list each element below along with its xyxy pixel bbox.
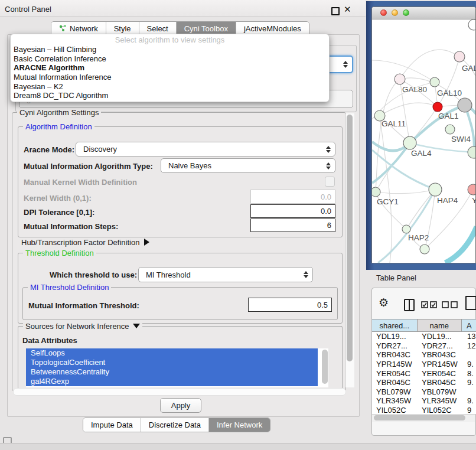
network-node[interactable] xyxy=(372,187,380,197)
cell: YER054C xyxy=(418,369,462,378)
window-close-button[interactable] xyxy=(380,9,387,16)
attribute-list-scrollbar[interactable] xyxy=(322,350,328,384)
network-canvas[interactable]: GAL GAL80 GAL10 GAL1 GAL11 SWI4 GAL4 GCY… xyxy=(372,19,475,263)
network-node[interactable] xyxy=(420,244,429,254)
stepper-icon xyxy=(343,61,347,68)
network-node[interactable] xyxy=(468,146,475,158)
kernel-width-value: 0.0 xyxy=(321,193,331,201)
table-row[interactable]: YER054CYER054C8. xyxy=(372,369,476,378)
apply-button[interactable]: Apply xyxy=(160,398,201,413)
float-panel-icon[interactable] xyxy=(331,7,340,15)
column-header-name[interactable]: name xyxy=(418,319,462,331)
dropdown-item[interactable]: Bayesian – K2 xyxy=(11,82,329,92)
node-label: GAL10 xyxy=(437,89,462,97)
control-panel-titlebar xyxy=(0,0,366,17)
network-node[interactable] xyxy=(403,136,416,149)
node-label: HAP2 xyxy=(408,233,429,242)
aracne-mode-combobox[interactable]: Discovery xyxy=(76,142,335,156)
dpi-tolerance-field[interactable]: 0.0 xyxy=(250,204,335,218)
which-threshold-combobox[interactable]: MI Threshold xyxy=(138,267,313,282)
table-row[interactable]: YBR043CYBR043C xyxy=(372,350,476,360)
hub-definition-toggle[interactable]: Hub/Transcription Factor Definition xyxy=(21,238,149,247)
dropdown-item[interactable]: Basic Correlation Inference xyxy=(11,54,329,64)
network-window-titlebar[interactable] xyxy=(372,7,475,19)
dropdown-item[interactable]: Bayesian – Hill Climbing xyxy=(11,45,329,54)
network-node[interactable] xyxy=(458,98,472,112)
network-node[interactable] xyxy=(468,19,475,30)
unchecked-checkboxes-icon[interactable] xyxy=(442,301,458,309)
gear-icon[interactable]: ⚙ xyxy=(379,296,389,309)
table-row[interactable]: YBL079WYBL079W xyxy=(372,387,476,397)
sources-toggle[interactable]: Sources for Network Inference xyxy=(23,322,142,331)
attribute-item-selected[interactable]: BetweennessCentrality xyxy=(26,367,318,377)
cell: YLR345W xyxy=(418,396,462,405)
network-node[interactable] xyxy=(402,225,410,233)
apply-button-label: Apply xyxy=(171,401,191,410)
window-minimize-button[interactable] xyxy=(392,9,398,16)
algorithm-dropdown-popup: Select algorithm to view settings Bayesi… xyxy=(10,34,330,102)
dpi-tolerance-value: 0.0 xyxy=(321,207,331,216)
cell: 9. xyxy=(462,360,476,369)
data-attributes-list[interactable]: SelfLoops TopologicalCoefficient Between… xyxy=(26,348,328,387)
cell: YIL052C xyxy=(418,406,462,414)
network-node[interactable] xyxy=(395,74,405,84)
table-row[interactable]: YPR145WYPR145W9. xyxy=(372,360,476,369)
settings-scrollbar-thumb[interactable] xyxy=(347,115,353,361)
close-panel-icon[interactable]: ✕ xyxy=(344,4,351,15)
table-row[interactable]: YBR045CYBR045C9. xyxy=(372,378,476,387)
table-row[interactable]: YDR27...YDR27...12 xyxy=(372,341,476,351)
mi-type-combobox[interactable]: Naive Bayes xyxy=(161,158,335,173)
node-label: SWI4 xyxy=(451,135,471,144)
cell: YBR043C xyxy=(418,350,462,359)
dropdown-item[interactable]: Dream8 DC_TDC Algorithm xyxy=(11,91,329,100)
tab-network-label: Network xyxy=(70,24,98,33)
table-horizontal-scrollbar-thumb[interactable] xyxy=(374,415,465,420)
cell: YBR043C xyxy=(372,350,418,359)
data-attributes-label: Data Attributes xyxy=(22,336,77,345)
table-row[interactable]: YDL19...YDL19...13 xyxy=(372,332,476,341)
network-node[interactable] xyxy=(454,51,465,62)
cell: 8. xyxy=(462,369,476,378)
tab-discretize-data[interactable]: Discretize Data xyxy=(141,418,209,432)
status-bar xyxy=(0,443,476,450)
node-label: GAL80 xyxy=(402,85,427,94)
dropdown-item[interactable]: Mutual Information Inference xyxy=(11,73,329,82)
network-node[interactable] xyxy=(429,183,442,196)
cell: YBR045C xyxy=(418,378,462,387)
mi-threshold-group-title: MI Threshold Definition xyxy=(28,283,111,292)
network-node-selected[interactable] xyxy=(433,102,442,112)
checked-checkboxes-icon[interactable] xyxy=(421,301,438,309)
network-node[interactable] xyxy=(430,77,439,87)
dropdown-item-selected[interactable]: ARACNE Algorithm xyxy=(11,63,329,73)
settings-horizontal-scrollbar[interactable] xyxy=(13,388,346,396)
column-header-shared-name[interactable]: shared... xyxy=(372,319,418,331)
expand-right-icon xyxy=(144,239,149,246)
cell: 13 xyxy=(462,332,476,341)
tab-select-label: Select xyxy=(147,24,168,33)
network-icon xyxy=(59,24,67,34)
algorithm-definition-title: Algorithm Definition xyxy=(23,122,94,131)
window-zoom-button[interactable] xyxy=(403,9,409,16)
cell: YDR27... xyxy=(372,341,418,350)
table-row[interactable]: YIL052CYIL052C9 xyxy=(372,406,476,414)
tab-infer-network[interactable]: Infer Network xyxy=(209,418,270,432)
tab-impute-data[interactable]: Impute Data xyxy=(83,418,141,432)
network-window[interactable]: GAL GAL80 GAL10 GAL1 GAL11 SWI4 GAL4 GCY… xyxy=(371,6,476,263)
attribute-item-selected[interactable]: gal4RGexp xyxy=(26,377,318,386)
tab-infer-network-label: Infer Network xyxy=(217,420,262,429)
mi-steps-field[interactable]: 6 xyxy=(250,219,335,232)
columns-icon[interactable] xyxy=(404,299,415,311)
network-node[interactable] xyxy=(445,125,455,134)
which-threshold-label: Which threshold to use: xyxy=(50,270,137,279)
document-icon[interactable] xyxy=(465,296,476,310)
table-row[interactable]: YLR345WYLR345W9. xyxy=(372,396,476,406)
manual-kernel-checkbox[interactable] xyxy=(325,177,335,187)
node-label: GAL xyxy=(462,64,475,73)
column-header-cut[interactable]: A xyxy=(462,319,476,331)
table-body[interactable]: YDL19...YDL19...13 YDR27...YDR27...12 YB… xyxy=(372,332,476,414)
stepper-icon xyxy=(326,146,330,153)
network-node[interactable] xyxy=(468,184,475,195)
attribute-item-selected[interactable]: SelfLoops xyxy=(26,348,318,358)
attribute-item-selected[interactable]: TopologicalCoefficient xyxy=(26,358,318,367)
mi-threshold-field[interactable]: 0.5 xyxy=(248,298,332,312)
